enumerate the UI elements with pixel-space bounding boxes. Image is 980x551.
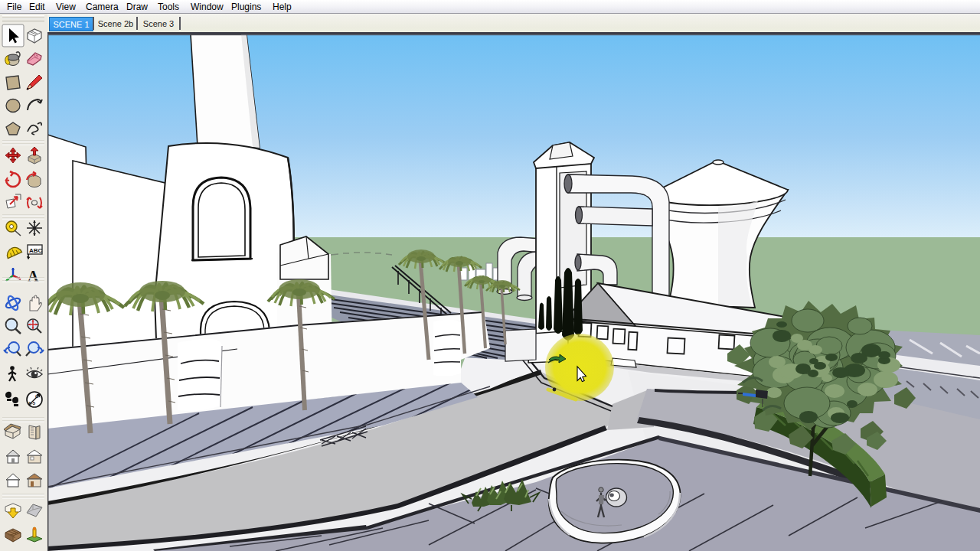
svg-text:A: A [28, 268, 39, 285]
svg-text:A-5: A-5 [28, 401, 36, 406]
svg-text:C: C [35, 394, 39, 399]
svg-text:ABC: ABC [29, 247, 43, 254]
